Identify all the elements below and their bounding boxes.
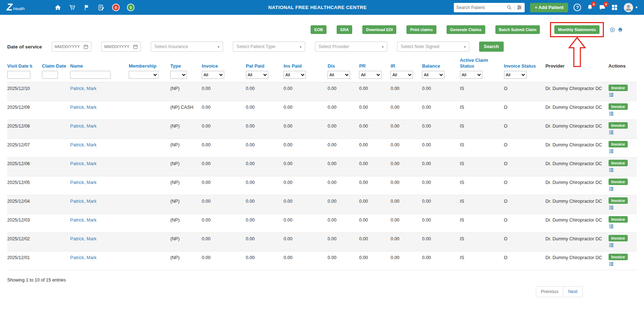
era-button[interactable]: ERA (337, 25, 352, 34)
patient-name-link[interactable]: Patrick, Mark (70, 105, 97, 110)
dis-filter-select[interactable]: All (328, 71, 350, 79)
calendar-icon[interactable] (83, 44, 89, 50)
invoice-button[interactable]: Invoice (609, 141, 628, 147)
flag-icon[interactable] (83, 4, 90, 11)
counter-badge-red[interactable]: 0 (112, 4, 120, 11)
col-header-claim-date[interactable]: Claim Date (42, 62, 70, 70)
patient-name-link[interactable]: Patrick, Mark (70, 199, 97, 204)
next-page-button[interactable]: Next (563, 286, 583, 297)
invoice-list-icon[interactable] (609, 242, 614, 248)
counter-badge-green[interactable]: 0 (127, 4, 135, 11)
invoice-list-icon[interactable] (609, 261, 614, 267)
invoice-button[interactable]: Invoice (609, 216, 628, 223)
col-header-invoice-status[interactable]: Invoice Status (504, 62, 546, 70)
invoice-button[interactable]: Invoice (609, 103, 628, 110)
search-filter-sliders-icon[interactable] (517, 5, 522, 10)
note-signed-select[interactable]: Select Note Signed ▾ (397, 42, 469, 52)
messages-wrap[interactable]: 0 (599, 4, 606, 11)
patient-name-link[interactable]: Patrick, Mark (70, 161, 97, 166)
col-header-invoice[interactable]: Invoice (202, 62, 246, 70)
print-claims-button[interactable]: Print claims (406, 25, 436, 34)
claim-date-filter-input[interactable] (42, 71, 58, 79)
patient-name-link[interactable]: Patrick, Mark (70, 86, 97, 91)
col-header-membership[interactable]: Membership (129, 62, 170, 70)
invoice-button[interactable]: Invoice (609, 160, 628, 166)
home-icon[interactable] (54, 4, 61, 11)
note-signed-select-placeholder: Select Note Signed (401, 44, 439, 49)
actions-filter-empty (609, 70, 637, 74)
notifications-wrap[interactable]: 0 (587, 4, 593, 11)
pr-filter-select[interactable]: All (359, 71, 381, 79)
monthly-statements-button[interactable]: Monthly Statements (554, 25, 600, 34)
batch-submit-claim-button[interactable]: Batch Submit Claim (495, 25, 540, 34)
patient-name-link[interactable]: Patrick, Mark (70, 180, 97, 185)
download-edi-button[interactable]: Download EDI (362, 25, 396, 34)
invoice-list-icon[interactable] (609, 167, 614, 173)
invoice-list-icon[interactable] (609, 224, 614, 229)
invoice-button[interactable]: Invoice (609, 197, 628, 204)
col-header-ins-paid[interactable]: Ins Paid (283, 62, 328, 70)
patient-name-link[interactable]: Patrick, Mark (70, 124, 97, 129)
active-claim-status-filter-select[interactable]: All (460, 71, 482, 79)
type-filter-select[interactable] (170, 71, 187, 79)
help-icon[interactable]: ? (573, 4, 581, 11)
date-to-input[interactable] (104, 44, 133, 49)
app-logo[interactable]: Z Health (7, 3, 49, 12)
invoice-filter-select[interactable]: All (202, 71, 224, 79)
invoice-status-filter-select[interactable]: All (504, 71, 526, 79)
insurance-select[interactable]: Select Insurance ▾ (151, 42, 223, 52)
invoice-button[interactable]: Invoice (609, 235, 628, 241)
pr-cell: 0.00 (359, 252, 391, 270)
col-header-balance[interactable]: Balance (422, 62, 460, 70)
invoice-list-icon[interactable] (609, 149, 614, 154)
apps-grid-icon[interactable] (611, 4, 618, 11)
patient-name-link[interactable]: Patrick, Mark (70, 218, 97, 223)
cart-icon[interactable] (69, 4, 76, 11)
name-filter-input[interactable] (70, 71, 111, 79)
invoice-button[interactable]: Invoice (609, 179, 628, 185)
col-header-type[interactable]: Type (170, 62, 202, 70)
generate-claims-button[interactable]: Generate Claims (447, 25, 485, 34)
search-button[interactable]: Search (479, 42, 504, 52)
membership-filter-select[interactable] (129, 71, 158, 79)
invoice-button[interactable]: Invoice (609, 254, 628, 260)
invoice-button[interactable]: Invoice (609, 122, 628, 129)
search-input[interactable] (456, 5, 507, 10)
sort-icon[interactable]: ⇅ (29, 64, 33, 68)
patient-type-select[interactable]: Select Patient Type ▾ (233, 42, 305, 52)
balance-cell: 0.00 (422, 252, 460, 270)
patient-name-link[interactable]: Patrick, Mark (70, 142, 97, 147)
visit-date-filter-input[interactable] (7, 71, 30, 79)
add-circle-icon[interactable] (610, 27, 615, 33)
provider-select[interactable]: Select Provider ▾ (315, 42, 387, 52)
pat-paid-filter-select[interactable]: All (246, 71, 268, 79)
balance-filter-select[interactable]: All (422, 71, 444, 79)
patient-name-link[interactable]: Patrick, Mark (70, 255, 97, 260)
notes-icon[interactable] (98, 4, 105, 11)
print-icon[interactable] (618, 27, 623, 33)
eob-button[interactable]: EOB (311, 25, 327, 34)
avatar[interactable] (623, 3, 634, 13)
col-header-ir[interactable]: IR (391, 62, 422, 70)
calendar-icon[interactable] (133, 44, 138, 50)
col-header-name[interactable]: Name (70, 62, 129, 70)
previous-page-button[interactable]: Previous (536, 286, 564, 297)
user-menu[interactable]: ▾ (623, 3, 637, 13)
ins-paid-filter-select[interactable]: All (283, 71, 306, 79)
invoice-button[interactable]: Invoice (609, 85, 628, 91)
invoice-list-icon[interactable] (609, 130, 614, 135)
invoice-list-icon[interactable] (609, 186, 614, 192)
invoice-list-icon[interactable] (609, 111, 614, 116)
col-header-active-claim-status[interactable]: Active Claim Status (460, 56, 504, 70)
col-header-pr[interactable]: PR (359, 62, 391, 70)
col-header-dis[interactable]: Dis (328, 62, 359, 70)
invoice-list-icon[interactable] (609, 92, 614, 98)
date-from-input[interactable] (55, 44, 83, 49)
search-icon[interactable] (507, 5, 512, 10)
invoice-list-icon[interactable] (609, 205, 614, 210)
col-header-pat-paid[interactable]: Pat Paid (246, 62, 283, 70)
add-patient-button[interactable]: + Add Patient (530, 3, 568, 12)
patient-name-link[interactable]: Patrick, Mark (70, 236, 97, 241)
ir-filter-select[interactable]: All (391, 71, 413, 79)
col-header-visit-date[interactable]: Visit Date⇅ (7, 62, 42, 70)
